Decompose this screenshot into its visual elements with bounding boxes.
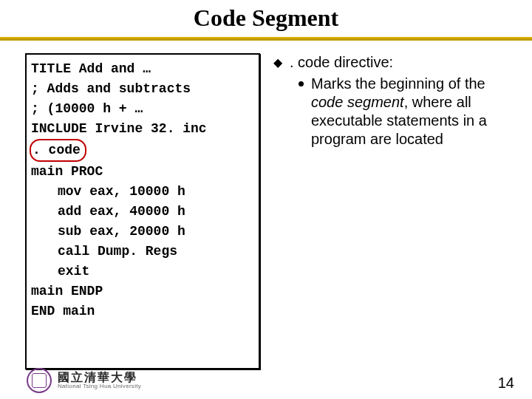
logo-glyph-icon xyxy=(27,368,52,393)
code-line-highlight: . code xyxy=(31,139,254,162)
notes-column: ◆ . code directive: Marks the beginning … xyxy=(273,53,517,369)
diamond-bullet-icon: ◆ xyxy=(273,53,282,72)
code-line: call Dump. Regs xyxy=(31,242,254,262)
highlight-oval: . code xyxy=(30,139,86,162)
code-line: main ENDP xyxy=(31,282,254,301)
code-line: sub eax, 20000 h xyxy=(31,222,254,242)
slide-title: Code Segment xyxy=(0,0,532,32)
code-line: ; Adds and subtracts xyxy=(31,79,254,99)
code-line: add eax, 40000 h xyxy=(31,202,254,222)
code-line: END main xyxy=(31,301,254,321)
dot-bullet-icon xyxy=(299,81,304,86)
bullet-level-1: ◆ . code directive: xyxy=(273,53,517,72)
title-rule-shadow xyxy=(0,40,532,41)
code-box: TITLE Add and … ; Adds and subtracts ; (… xyxy=(25,53,260,369)
logo-text: 國立清華大學 National Tsing Hua University xyxy=(58,372,141,389)
code-line: mov eax, 10000 h xyxy=(31,182,254,202)
code-line: TITLE Add and … xyxy=(31,59,254,79)
university-logo: 國立清華大學 National Tsing Hua University xyxy=(27,368,141,393)
directive-description: Marks the beginning of the code segment,… xyxy=(311,75,517,149)
bullet-level-2: Marks the beginning of the code segment,… xyxy=(299,75,517,149)
code-line: INCLUDE Irvine 32. inc xyxy=(31,119,254,139)
page-number: 14 xyxy=(498,375,514,392)
content-area: TITLE Add and … ; Adds and subtracts ; (… xyxy=(25,53,517,369)
university-name-cn: 國立清華大學 xyxy=(58,372,141,383)
directive-heading: . code directive: xyxy=(290,53,393,72)
code-line: main PROC xyxy=(31,162,254,182)
code-line: ; (10000 h + … xyxy=(31,99,254,119)
university-name-en: National Tsing Hua University xyxy=(58,383,141,389)
code-line: exit xyxy=(31,262,254,282)
